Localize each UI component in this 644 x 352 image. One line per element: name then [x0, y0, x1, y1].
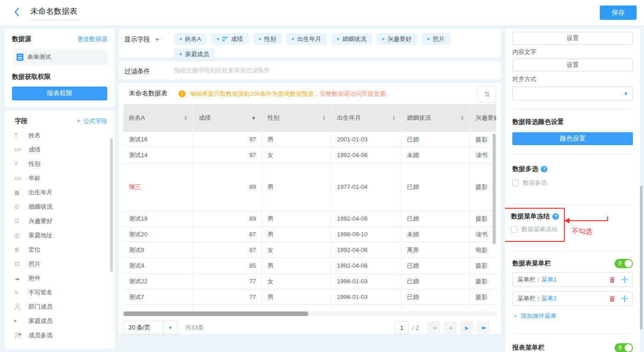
last-page-button[interactable] [477, 321, 490, 334]
column-header[interactable]: 成绩▼ [193, 104, 262, 132]
page-scrollbar[interactable] [640, 186, 643, 329]
add-formula-field-link[interactable]: ＋ 公式字段 [75, 117, 107, 125]
display-field-tag[interactable]: ▾出生年月 [286, 33, 327, 45]
menu-freeze-checkbox[interactable] [511, 226, 517, 233]
field-item[interactable]: 123年龄 [5, 171, 115, 185]
table-cell: 测试22 [123, 274, 193, 289]
table-row[interactable]: 测试1497女1992-04-06未婚读书 [123, 147, 496, 163]
back-button[interactable] [14, 7, 23, 19]
table-row[interactable]: 测试777男1996-01-03已婚摄影 [123, 289, 496, 305]
table-row[interactable]: 测试1989男1992-04-06已婚摄影 [123, 211, 496, 227]
field-item[interactable]: ☑兴趣爱好 [5, 214, 115, 228]
sort-icon[interactable]: ▲▼ [392, 115, 395, 121]
page-input[interactable]: 1 [395, 321, 409, 334]
caret-down-icon: ▾ [292, 36, 294, 41]
title-setting-button[interactable]: 设置 [512, 32, 633, 45]
page-size-select[interactable]: 20 条/页 ▼ [123, 321, 178, 334]
content-setting-button[interactable]: 设置 [512, 59, 633, 71]
table-cell: 测试20 [123, 227, 193, 242]
sort-desc-icon[interactable]: ▼ [251, 116, 256, 121]
sort-order-button[interactable] [478, 86, 496, 103]
table-menubar-toggle[interactable]: 开 [615, 259, 633, 268]
color-setting-button[interactable]: 颜色设置 [512, 132, 633, 145]
triangle-icon: ▶ [14, 319, 24, 323]
datasource-item[interactable]: 表单测试 [12, 49, 107, 65]
table-cell: 女 [262, 305, 331, 311]
topbar: 未命名数据表 保存 [0, 0, 644, 25]
menu-item-link[interactable]: 菜单1 [541, 276, 557, 284]
display-field-tag[interactable]: ▾家庭成员 [174, 48, 215, 60]
first-page-button[interactable] [427, 321, 440, 334]
column-header[interactable]: 性别▲▼ [262, 104, 331, 132]
sort-icon[interactable]: ▲▼ [461, 115, 464, 121]
page-title-wrap: 未命名数据表 [29, 5, 80, 20]
help-icon[interactable] [552, 213, 559, 220]
filter-dropzone[interactable]: 拖动左侧字段到此处来添加过滤条件 [174, 66, 270, 75]
table-row[interactable]: 测试1371女1992-01-03未婚读书 [123, 305, 496, 311]
table-row[interactable]: 测试2087男1998-09-10未婚读书 [123, 227, 496, 242]
table-row[interactable]: 测试1697男2001-01-03已婚摄影 [123, 132, 496, 147]
report-permission-button[interactable]: 报表权限 [12, 87, 107, 100]
add-menu-link[interactable]: ＋ 添加操作菜单 [512, 312, 633, 320]
field-item[interactable]: T姓名 [5, 128, 115, 142]
display-field-tag[interactable]: ▾姓名A [174, 33, 207, 45]
field-item[interactable]: ▶家庭成员 [5, 314, 115, 328]
table-cell: 未婚 [401, 147, 470, 163]
change-datasource-link[interactable]: 更改数据源 [77, 35, 107, 43]
display-field-label: 家庭成员 [185, 50, 209, 59]
table-vertical-scrollbar[interactable] [493, 134, 496, 244]
field-item[interactable]: ✎手写签名 [5, 285, 115, 299]
align-select[interactable]: ▼ [512, 87, 633, 100]
table-row[interactable]: 张三89男1977-01-04已婚摄影 [123, 163, 496, 211]
table-row[interactable]: 测试987女1992-04-06离异电影 [123, 242, 496, 258]
table-row[interactable]: 测试485男1992-04-06已婚摄影 [123, 258, 496, 274]
trash-icon[interactable] [609, 295, 615, 302]
field-item[interactable]: ◎家庭地址 [5, 228, 115, 242]
display-fields-card: 显示字段 ＋ ▾姓名A▾成绩▾性别▾出生年月▾婚姻状况▾兴趣爱好▾照片▾家庭成员 [119, 29, 501, 58]
column-header[interactable]: 出生年月▲▼ [331, 104, 401, 132]
column-header[interactable]: 姓名A▲▼ [123, 104, 193, 132]
display-field-tag[interactable]: ▾兴趣爱好 [377, 33, 417, 45]
column-header[interactable]: 兴趣爱好 [470, 104, 496, 132]
annotation-arrow-tick [607, 217, 608, 221]
caret-down-icon: ▾ [337, 36, 339, 41]
save-button[interactable]: 保存 [600, 6, 637, 20]
sort-icon[interactable]: ▲▼ [184, 115, 187, 121]
chevron-left-icon [14, 7, 19, 18]
display-field-tag[interactable]: ▾照片 [422, 33, 450, 45]
field-item[interactable]: ⊙婚姻状况 [5, 199, 115, 214]
prev-page-button[interactable] [444, 321, 457, 334]
display-field-tag[interactable]: ▾婚姻状况 [331, 33, 372, 45]
next-page-button[interactable] [460, 321, 473, 334]
table-row[interactable]: 测试2277女1996-01-03已婚摄影 [123, 274, 496, 289]
table-cell: 97 [193, 132, 262, 147]
menu-item-label: 菜单栏： [517, 276, 541, 284]
field-item[interactable]: ☁附件 [5, 271, 115, 285]
field-item[interactable]: ⊡照片 [5, 257, 115, 271]
field-item[interactable]: 部门成员 [5, 299, 115, 314]
multi-select-checkbox[interactable] [512, 180, 519, 186]
field-item[interactable]: 成员多选 [5, 328, 115, 342]
trash-icon[interactable] [609, 276, 615, 283]
column-header[interactable]: 婚姻状况▲▼ [401, 104, 470, 132]
fields-scrollbar[interactable] [110, 138, 113, 272]
display-field-tag[interactable]: ▾成绩 [211, 33, 249, 45]
move-icon[interactable] [621, 295, 628, 302]
report-menubar-toggle[interactable]: 开 [615, 343, 633, 352]
plus-icon: ＋ [512, 312, 518, 320]
field-label: 性别 [29, 160, 41, 168]
menu-bar-item[interactable]: 菜单栏：菜单2 [512, 291, 633, 306]
sort-icon[interactable]: ▲▼ [322, 115, 325, 121]
move-icon[interactable] [621, 276, 628, 283]
menu-item-link[interactable]: 菜单2 [541, 294, 557, 303]
field-item[interactable]: ▦出生年月 [5, 185, 115, 199]
field-item[interactable]: ⊕定位 [5, 242, 115, 257]
help-icon[interactable] [541, 166, 547, 172]
table-horizontal-scrollbar[interactable] [123, 311, 308, 316]
field-item[interactable]: 123成绩 [5, 142, 115, 157]
display-field-tag[interactable]: ▾性别 [253, 33, 282, 45]
add-display-field-icon[interactable]: ＋ [154, 35, 161, 44]
field-item[interactable]: T性别 [5, 157, 115, 171]
menu-bar-item[interactable]: 菜单栏：菜单1 [512, 272, 633, 287]
formula-field-label: 公式字段 [83, 117, 107, 124]
